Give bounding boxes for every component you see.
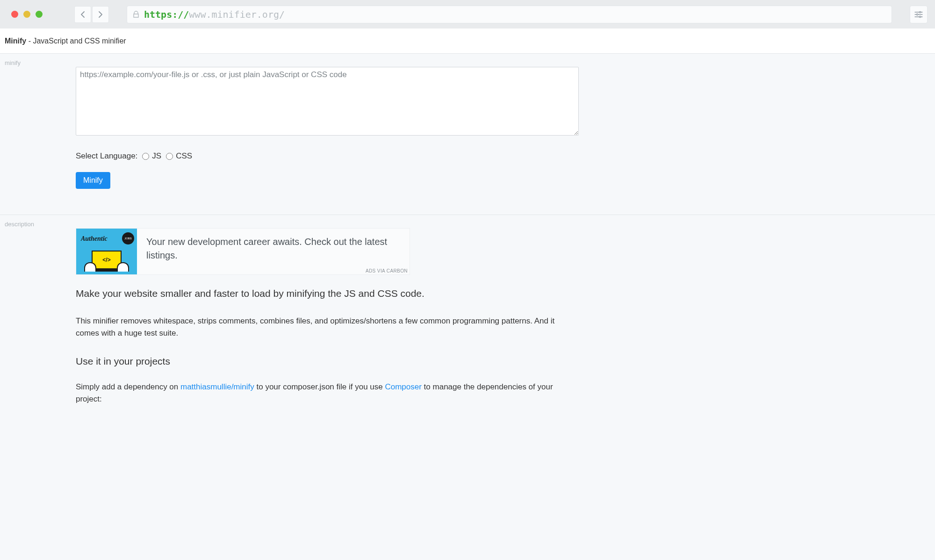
lock-icon — [133, 11, 139, 18]
laptop-icon: </> — [87, 251, 126, 272]
ad-image: Authentic JOBS </> — [76, 229, 137, 274]
ad-logo-text: Authentic — [81, 235, 108, 243]
ad-text: Your new development career awaits. Chec… — [137, 229, 410, 274]
ad-via-label: ADS VIA CARBON — [366, 268, 408, 273]
p2-prefix: Simply add a dependency on — [76, 382, 180, 391]
section-label-description: description — [5, 221, 34, 228]
page-header: Minify - JavaScript and CSS minifier — [0, 29, 935, 54]
url-text: https://www.minifier.org/ — [144, 9, 285, 20]
lang-css-radio[interactable] — [166, 153, 173, 160]
lang-js-radio[interactable] — [142, 153, 149, 160]
window-maximize-icon[interactable] — [36, 11, 43, 18]
ad-jobs-badge: JOBS — [122, 232, 134, 244]
language-row: Select Language: JS CSS — [76, 151, 579, 161]
svg-point-1 — [919, 11, 921, 13]
lang-js-label: JS — [152, 151, 161, 161]
code-input[interactable] — [76, 67, 579, 136]
minify-button[interactable]: Minify — [76, 172, 110, 189]
chevron-left-icon — [80, 11, 85, 18]
minify-section: minify Select Language: JS CSS Minify — [0, 54, 935, 215]
carbon-ad[interactable]: Authentic JOBS </> Your new development … — [76, 228, 410, 275]
description-lead: Make your website smaller and faster to … — [76, 288, 579, 299]
window-minimize-icon[interactable] — [23, 11, 30, 18]
url-scheme: https:// — [144, 9, 189, 20]
composer-link[interactable]: Composer — [385, 382, 421, 391]
url-host-path: www.minifier.org/ — [189, 9, 285, 20]
window-close-icon[interactable] — [11, 11, 18, 18]
description-subhead: Use it in your projects — [76, 356, 579, 367]
description-section: description Authentic JOBS </> Your new … — [0, 215, 935, 405]
minify-package-link[interactable]: matthiasmullie/minify — [180, 382, 254, 391]
lang-css-label: CSS — [176, 151, 192, 161]
address-bar[interactable]: https://www.minifier.org/ — [127, 6, 892, 23]
description-paragraph-2: Simply add a dependency on matthiasmulli… — [76, 381, 579, 406]
svg-point-5 — [919, 16, 921, 17]
chevron-right-icon — [98, 11, 103, 18]
lang-js-option[interactable]: JS — [142, 151, 161, 161]
brand-name: Minify — [5, 37, 26, 45]
back-button[interactable] — [74, 6, 91, 23]
sliders-icon — [914, 11, 923, 18]
section-label-minify: minify — [5, 59, 21, 66]
p2-mid: to your composer.json file if you use — [254, 382, 385, 391]
select-language-label: Select Language: — [76, 151, 137, 161]
nav-buttons — [74, 6, 109, 23]
browser-settings-button[interactable] — [910, 6, 928, 23]
brand-tagline: - JavaScript and CSS minifier — [26, 37, 126, 45]
forward-button[interactable] — [92, 6, 109, 23]
lang-css-option[interactable]: CSS — [166, 151, 192, 161]
description-paragraph-1: This minifier removes whitespace, strips… — [76, 315, 579, 340]
browser-chrome: https://www.minifier.org/ — [0, 0, 935, 29]
window-controls — [11, 11, 43, 18]
svg-point-3 — [916, 14, 918, 15]
